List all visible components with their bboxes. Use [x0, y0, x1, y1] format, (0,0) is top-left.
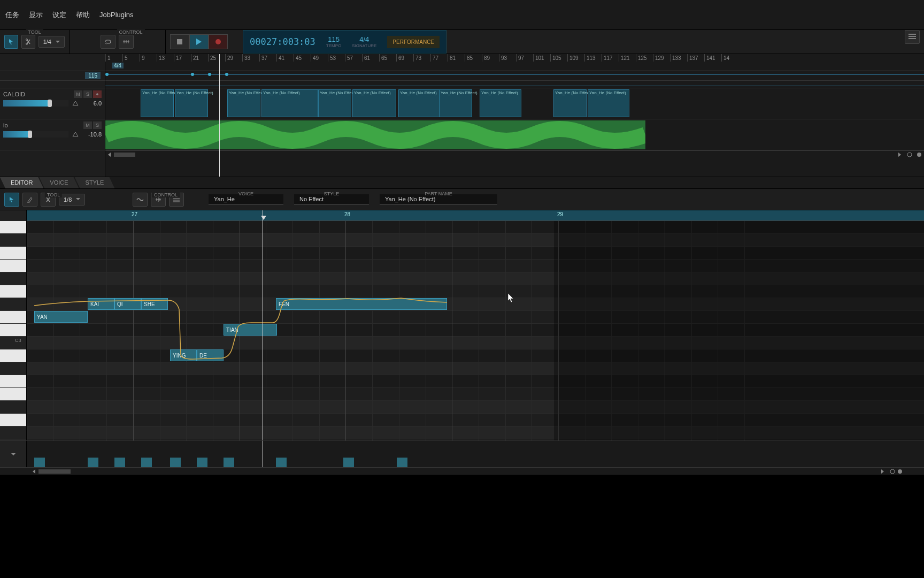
- horizontal-scrollbar[interactable]: [105, 150, 924, 158]
- velocity-bar[interactable]: [88, 458, 98, 467]
- playhead[interactable]: [263, 210, 263, 440]
- note[interactable]: YING: [170, 349, 197, 361]
- pointer-tool[interactable]: [4, 35, 18, 49]
- vocaloid-clip[interactable]: Yan_He (No Effect): [227, 89, 260, 117]
- piano-key[interactable]: [0, 375, 26, 388]
- velocity-bar[interactable]: [141, 458, 152, 467]
- menu-jobplugins[interactable]: JobPlugins: [99, 11, 134, 19]
- velocity-bar[interactable]: [34, 458, 45, 467]
- scissors-tool[interactable]: [21, 35, 35, 49]
- mute-button[interactable]: M: [74, 90, 82, 98]
- scroll-right-icon[interactable]: [897, 153, 902, 157]
- volume-slider[interactable]: [3, 131, 68, 138]
- velocity-bar[interactable]: [197, 458, 207, 467]
- tab-editor[interactable]: EDITOR: [0, 177, 43, 188]
- signature-marker[interactable]: 4/4: [112, 63, 124, 69]
- arrow-tool[interactable]: [4, 193, 19, 207]
- tempo-value[interactable]: 115: [328, 35, 340, 43]
- scrollbar-thumb[interactable]: [38, 469, 71, 474]
- stop-button[interactable]: [170, 34, 189, 49]
- piano-key[interactable]: [0, 401, 26, 414]
- vocaloid-clip[interactable]: Yan_He (No Effect): [352, 89, 396, 117]
- zoom-circle-icon[interactable]: [907, 152, 912, 157]
- vocaloid-track-header[interactable]: CALOID M S ● 6.0: [0, 88, 105, 119]
- solo-button[interactable]: S: [83, 90, 92, 98]
- note[interactable]: TIAN: [224, 324, 277, 336]
- pencil-tool[interactable]: [22, 193, 37, 207]
- record-button[interactable]: [209, 34, 228, 49]
- audio-track-header[interactable]: io M S -10.8: [0, 119, 105, 150]
- tab-voice[interactable]: VOICE: [39, 177, 79, 188]
- zoom-fill-icon[interactable]: [917, 152, 922, 157]
- bottom-scrollbar[interactable]: [0, 467, 924, 475]
- solo-button[interactable]: S: [93, 121, 102, 129]
- vocaloid-clip[interactable]: Yan_He (No Effect): [588, 89, 629, 117]
- pan-icon[interactable]: [72, 100, 79, 107]
- vocaloid-clip[interactable]: Yan_He (No Effect): [439, 89, 472, 117]
- note[interactable]: SHE: [141, 298, 168, 310]
- quantize-dropdown[interactable]: 1/4: [38, 36, 65, 48]
- note[interactable]: QI: [114, 298, 141, 310]
- piano-key[interactable]: [0, 362, 26, 375]
- piano-roll-ruler[interactable]: 272829: [27, 210, 924, 221]
- piano-key[interactable]: [0, 298, 26, 311]
- piano-key[interactable]: [0, 414, 26, 427]
- vocaloid-track-lane[interactable]: Yan_He (No Effect)Yan_He (No Effect)Yan_…: [105, 88, 924, 119]
- piano-key[interactable]: [0, 349, 26, 362]
- editor-quantize-dropdown[interactable]: 1/8: [59, 194, 85, 206]
- piano-key[interactable]: [0, 221, 26, 234]
- list-view-icon[interactable]: [905, 30, 920, 44]
- scroll-left-icon[interactable]: [32, 469, 36, 474]
- scroll-right-icon[interactable]: [880, 469, 884, 474]
- menu-help[interactable]: 帮助: [76, 10, 90, 20]
- note[interactable]: FEN: [276, 298, 447, 310]
- mute-button[interactable]: M: [83, 121, 92, 129]
- piano-key[interactable]: [0, 285, 26, 298]
- arrangement-content[interactable]: 1591317212529333741454953576165697377818…: [105, 54, 924, 177]
- piano-key[interactable]: C3: [0, 337, 26, 349]
- vocaloid-clip[interactable]: Yan_He (No Effect): [480, 89, 521, 117]
- audio-clip[interactable]: 摄影艺术中空: [105, 120, 645, 149]
- pan-icon[interactable]: [72, 131, 79, 138]
- audio-track-lane[interactable]: 摄影艺术中空: [105, 119, 924, 150]
- tempo-marker[interactable]: 115: [85, 72, 101, 79]
- velocity-selector[interactable]: [0, 441, 27, 467]
- piano-key[interactable]: [0, 388, 26, 401]
- piano-key[interactable]: [0, 247, 26, 260]
- zoom-fill-icon[interactable]: [897, 469, 903, 474]
- scroll-left-icon[interactable]: [107, 153, 112, 157]
- snap-button[interactable]: [119, 35, 134, 49]
- velocity-bar[interactable]: [114, 458, 125, 467]
- volume-slider[interactable]: [3, 100, 68, 107]
- menu-settings[interactable]: 设定: [52, 10, 66, 20]
- velocity-bar[interactable]: [397, 458, 407, 467]
- loop-button[interactable]: [101, 35, 116, 49]
- vocaloid-clip[interactable]: Yan_He (No Effect): [261, 89, 318, 117]
- playhead[interactable]: [219, 54, 220, 177]
- tempo-lane[interactable]: [105, 71, 924, 81]
- scrollbar-thumb[interactable]: [114, 153, 135, 157]
- piano-keyboard[interactable]: C3: [0, 210, 27, 440]
- timeline-ruler[interactable]: 1591317212529333741454953576165697377818…: [105, 54, 924, 71]
- velocity-bar[interactable]: [343, 458, 354, 467]
- vocaloid-clip[interactable]: Yan_He (No Effect): [175, 89, 208, 117]
- signature-value[interactable]: 4/4: [359, 35, 369, 43]
- piano-roll-content[interactable]: 272829 YANKAIQISHEYINGDETIANFEN: [27, 210, 924, 440]
- note[interactable]: KAI: [88, 298, 114, 310]
- velocity-bar[interactable]: [170, 458, 181, 467]
- zoom-circle-icon[interactable]: [890, 469, 895, 474]
- note[interactable]: DE: [197, 349, 224, 361]
- menu-tasks[interactable]: 任务: [5, 10, 19, 20]
- menu-display[interactable]: 显示: [29, 10, 43, 20]
- tab-style[interactable]: STYLE: [75, 177, 115, 188]
- piano-key[interactable]: [0, 311, 26, 324]
- velocity-bar[interactable]: [276, 458, 287, 467]
- velocity-content[interactable]: [27, 441, 924, 467]
- arm-record-button[interactable]: ●: [93, 90, 102, 98]
- vocaloid-clip[interactable]: Yan_He (No Effect): [141, 89, 174, 117]
- vocaloid-clip[interactable]: Yan_He (No Effect): [553, 89, 587, 117]
- vocaloid-clip[interactable]: Yan_He (No Effect): [318, 89, 351, 117]
- piano-key[interactable]: [0, 427, 26, 439]
- velocity-bar[interactable]: [224, 458, 234, 467]
- vibrato-icon[interactable]: [133, 193, 148, 207]
